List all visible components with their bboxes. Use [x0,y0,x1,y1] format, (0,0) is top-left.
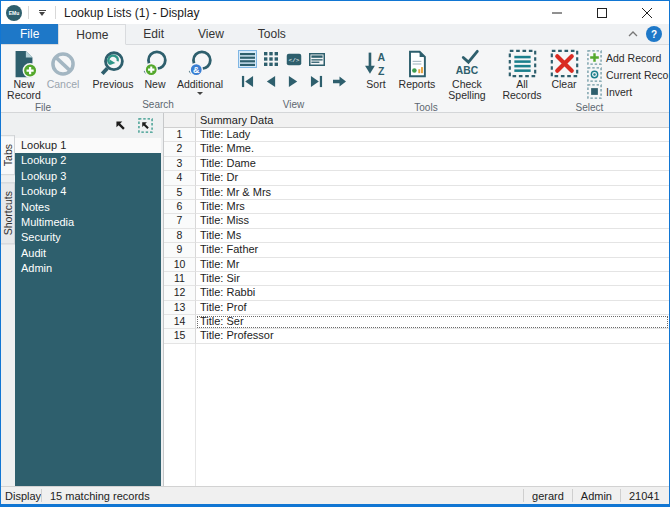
details-view-icon [309,53,325,66]
table-row[interactable]: 10Title: Mr [164,258,669,272]
row-value: Title: Miss [196,214,669,228]
search-additional-icon: & [185,48,215,79]
clear-selection-label: Clear [551,79,576,90]
app-window: EMu Lookup Lists (1) - Display File Home… [0,0,670,507]
window-title: Lookup Lists (1) - Display [64,6,199,20]
all-records-label: All Records [501,79,543,101]
maximize-button[interactable] [579,1,624,24]
pointer-arrow-icon [114,119,127,132]
sidebar-item-lookup-2[interactable]: Lookup 2 [15,153,161,168]
previous-search-button[interactable]: Previous [88,47,138,90]
row-number: 4 [164,171,196,185]
minimize-button[interactable] [534,1,579,24]
add-record-icon [587,50,602,65]
details-view-button[interactable] [307,50,326,68]
table-row[interactable]: 5Title: Mr & Mrs [164,186,669,200]
new-search-button[interactable]: New [138,47,172,90]
table-row[interactable]: 11Title: Sir [164,272,669,286]
side-tab-tabs[interactable]: Tabs [1,135,15,175]
table-row[interactable]: 4Title: Dr [164,171,669,185]
select-all-records-button[interactable]: All Records [499,47,545,101]
sidebar-item-lookup-3[interactable]: Lookup 3 [15,169,161,184]
tab-home[interactable]: Home [58,24,126,45]
additional-search-button[interactable]: & Additional [172,47,228,95]
sidebar-item-multimedia[interactable]: Multimedia [15,215,161,230]
svg-text:</>: </> [288,57,299,64]
select-invert-button[interactable]: Invert [587,84,670,99]
table-row[interactable]: 6Title: Mrs [164,200,669,214]
help-button[interactable]: ? [646,26,662,42]
new-record-icon [9,48,39,79]
ribbon-group-file: New Record Cancel File [1,45,85,112]
select-add-record-button[interactable]: Add Record [587,50,670,65]
last-record-button[interactable] [307,72,326,90]
svg-text:A: A [377,51,385,63]
list-view-button[interactable] [238,50,257,68]
grid-view-button[interactable] [261,50,280,68]
row-value: Title: Prof [196,301,669,315]
row-number: 1 [164,128,196,142]
sidebar-item-audit[interactable]: Audit [15,246,161,261]
select-tool-button[interactable] [137,118,153,134]
app-icon[interactable]: EMu [6,5,22,21]
sidebar-item-notes[interactable]: Notes [15,200,161,215]
previous-record-button[interactable] [261,72,280,90]
lookup-tab-list: Lookup 1 Lookup 2 Lookup 3 Lookup 4 Note… [15,138,161,486]
tab-file[interactable]: File [1,24,58,44]
side-tab-shortcuts[interactable]: Shortcuts [1,182,15,244]
ribbon-group-tools: A Z Sort [356,45,496,112]
table-row[interactable]: 9Title: Father [164,243,669,257]
clear-selection-icon [550,48,579,79]
goto-record-button[interactable] [330,72,349,90]
table-row[interactable]: 13Title: Prof [164,301,669,315]
collapse-ribbon-button[interactable] [628,31,638,37]
table-row-focused[interactable]: 14Title: Ser [164,315,669,329]
row-value: Title: Mrs [196,200,669,214]
check-spelling-button[interactable]: ABC Check Spelling [441,47,493,101]
row-number: 2 [164,142,196,156]
chevron-up-icon [628,31,638,37]
tab-view[interactable]: View [181,24,241,44]
ribbon: New Record Cancel File [1,45,669,113]
tab-edit[interactable]: Edit [126,24,181,44]
table-row[interactable]: 12Title: Rabbi [164,286,669,300]
row-number: 3 [164,157,196,171]
pointer-tool-button[interactable] [112,118,128,134]
next-record-button[interactable] [284,72,303,90]
quick-access-dropdown-icon[interactable] [35,6,49,20]
sidebar-item-security[interactable]: Security [15,230,161,245]
code-view-button[interactable]: </> [284,50,303,68]
tab-tools[interactable]: Tools [241,24,303,44]
reports-button[interactable]: Reports [393,47,441,90]
cancel-button[interactable]: Cancel [44,47,82,90]
table-row[interactable]: 15Title: Professor [164,329,669,343]
maximize-icon [597,8,607,18]
row-number: 5 [164,186,196,200]
row-value: Title: Ms [196,229,669,243]
row-number: 14 [164,315,196,329]
summary-data-column-header[interactable]: Summary Data [196,113,669,127]
select-current-record-button[interactable]: Current Record [587,67,670,82]
sidebar-item-lookup-1[interactable]: Lookup 1 [15,138,161,153]
table-row[interactable]: 2Title: Mme. [164,142,669,156]
search-previous-icon [98,48,128,79]
add-record-label: Add Record [606,52,661,64]
all-records-icon [508,48,537,79]
close-icon [642,8,652,18]
first-record-button[interactable] [238,72,257,90]
code-view-icon: </> [286,53,302,66]
sidebar-item-lookup-4[interactable]: Lookup 4 [15,184,161,199]
new-record-button[interactable]: New Record [4,47,44,101]
sidebar-item-admin[interactable]: Admin [15,261,161,276]
table-row[interactable]: 3Title: Dame [164,157,669,171]
close-button[interactable] [624,1,669,24]
sort-button[interactable]: A Z Sort [359,47,393,90]
row-number-gutter [164,344,196,486]
table-row[interactable]: 8Title: Ms [164,229,669,243]
select-clear-button[interactable]: Clear [545,47,583,90]
row-number-column-header[interactable] [164,113,196,127]
table-row[interactable]: 1Title: Lady [164,128,669,142]
row-value: Title: Dame [196,157,669,171]
table-row[interactable]: 7Title: Miss [164,214,669,228]
sort-label: Sort [366,79,385,90]
